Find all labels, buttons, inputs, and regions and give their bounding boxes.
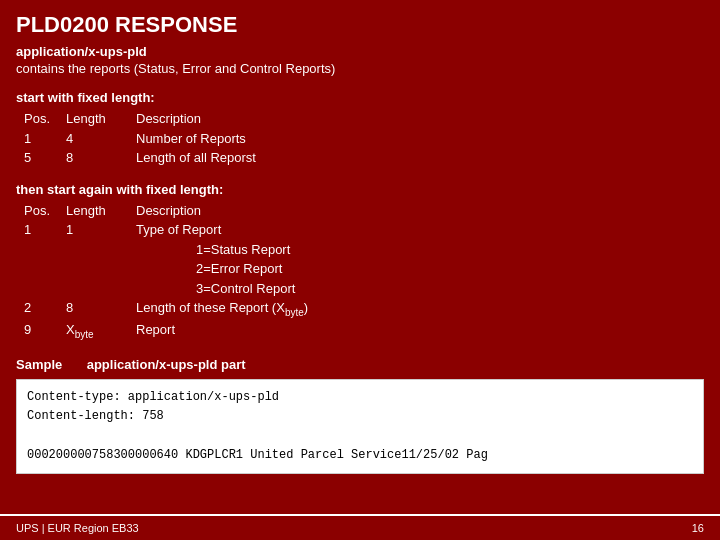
page-title: PLD0200 RESPONSE	[16, 12, 704, 38]
table-row: 3=Control Report	[16, 279, 704, 299]
main-container: PLD0200 RESPONSE application/x-ups-pld c…	[0, 0, 720, 540]
sample-section: Sample application/x-ups-pld part Conten…	[16, 355, 704, 474]
s1-header-pos: Pos.	[16, 109, 66, 129]
section2-header-row: Pos. Length Description	[16, 201, 704, 221]
s1-header-desc: Description	[136, 109, 704, 129]
footer-right: 16	[692, 522, 704, 534]
section1-header-row: Pos. Length Description	[16, 109, 704, 129]
section1-label: start with fixed length:	[16, 90, 704, 105]
s2-row2-desc: Length of these Report (Xbyte)	[136, 298, 704, 320]
content-area: PLD0200 RESPONSE application/x-ups-pld c…	[0, 0, 720, 514]
s2-sub3-length	[66, 279, 136, 299]
subscript-byte2: byte	[75, 328, 94, 339]
s2-row3-desc: Report	[136, 320, 704, 342]
sample-sublabel: application/x-ups-pld part	[87, 357, 246, 372]
s2-sub1-desc: 1=Status Report	[136, 240, 704, 260]
s1-row2-desc: Length of all Reporst	[136, 148, 704, 168]
table-row: 1 4 Number of Reports	[16, 129, 704, 149]
s2-row1-desc: Type of Report	[136, 220, 704, 240]
s2-header-length: Length	[66, 201, 136, 221]
s1-row2-pos: 5	[16, 148, 66, 168]
s1-row1-length: 4	[66, 129, 136, 149]
s2-row3-length: Xbyte	[66, 320, 136, 342]
s2-row1-pos: 1	[16, 220, 66, 240]
s2-row3-pos: 9	[16, 320, 66, 342]
footer-left: UPS | EUR Region EB33	[16, 522, 139, 534]
table-row: 9 Xbyte Report	[16, 320, 704, 342]
s2-header-pos: Pos.	[16, 201, 66, 221]
code-line-3	[27, 427, 693, 446]
code-box: Content-type: application/x-ups-pld Cont…	[16, 379, 704, 474]
s2-sub1-pos	[16, 240, 66, 260]
s2-sub3-pos	[16, 279, 66, 299]
subtitle: application/x-ups-pld	[16, 44, 704, 59]
table-row: 1=Status Report	[16, 240, 704, 260]
s2-sub2-pos	[16, 259, 66, 279]
table-row: 1 1 Type of Report	[16, 220, 704, 240]
s1-row1-pos: 1	[16, 129, 66, 149]
s2-row2-pos: 2	[16, 298, 66, 320]
s1-header-length: Length	[66, 109, 136, 129]
subscript-byte: byte	[285, 307, 304, 318]
s2-row1-length: 1	[66, 220, 136, 240]
s1-row2-length: 8	[66, 148, 136, 168]
s2-sub2-desc: 2=Error Report	[136, 259, 704, 279]
section2-label: then start again with fixed length:	[16, 182, 704, 197]
code-line-4: 000200000758300000640 KDGPLCR1 United Pa…	[27, 446, 693, 465]
code-line-1: Content-type: application/x-ups-pld	[27, 388, 693, 407]
s1-row1-desc: Number of Reports	[136, 129, 704, 149]
s2-header-desc: Description	[136, 201, 704, 221]
table-row: 5 8 Length of all Reporst	[16, 148, 704, 168]
section2: then start again with fixed length: Pos.…	[16, 182, 704, 342]
subtitle-desc: contains the reports (Status, Error and …	[16, 61, 704, 76]
table-row: 2 8 Length of these Report (Xbyte)	[16, 298, 704, 320]
s2-row2-length: 8	[66, 298, 136, 320]
section1: start with fixed length: Pos. Length Des…	[16, 90, 704, 168]
code-line-2: Content-length: 758	[27, 407, 693, 426]
s2-sub1-length	[66, 240, 136, 260]
footer: UPS | EUR Region EB33 16	[0, 514, 720, 540]
s2-sub3-desc: 3=Control Report	[136, 279, 704, 299]
table-row: 2=Error Report	[16, 259, 704, 279]
s2-sub2-length	[66, 259, 136, 279]
sample-label: Sample	[16, 357, 62, 372]
